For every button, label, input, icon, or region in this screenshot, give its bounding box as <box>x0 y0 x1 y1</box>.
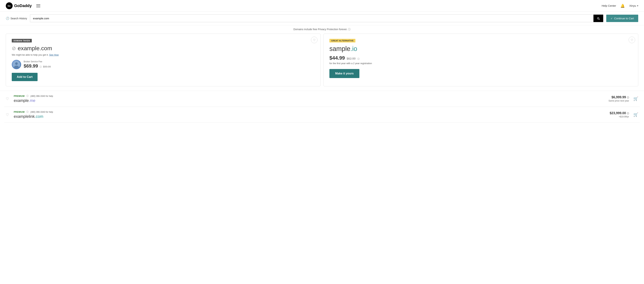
list-item: ♡ PREMIUM ⓘ (480) 366-3343 for help exam… <box>4 91 640 107</box>
alt-wishlist-button[interactable]: ♡ <box>629 37 635 43</box>
list-price-info-1[interactable]: ⓘ <box>627 112 629 115</box>
search-button[interactable] <box>594 15 603 22</box>
logo[interactable]: Go GoDaddy <box>6 2 32 9</box>
user-name: Xinyu <box>629 4 636 7</box>
list-price-section-1: $23,999.00 ⓘ +$19.99/yr <box>610 111 629 118</box>
header-left: Go GoDaddy <box>6 2 41 9</box>
help-text: We might be able to help you get it. See… <box>12 54 314 56</box>
list-premium-row-0: PREMIUM ⓘ (480) 366-3343 for help <box>14 94 608 98</box>
alt-price: $44.99 <box>330 55 345 61</box>
list-premium-label-0: PREMIUM <box>14 95 24 98</box>
alt-domain-badge: GREAT ALTERNATIVE <box>330 39 356 42</box>
alt-info-icon[interactable]: ⓘ <box>358 58 360 60</box>
logo-icon: Go <box>6 2 13 9</box>
alt-domain-name: sample.io <box>330 45 632 52</box>
list-heart-1[interactable]: ♡ <box>6 112 10 117</box>
broker-price-row: $69.99 ⓘ $99.99 <box>24 63 51 69</box>
svg-point-3 <box>15 62 18 65</box>
alt-original-price: $62.99 <box>347 57 356 60</box>
broker-info: Broker Service Fee $69.99 ⓘ $99.99 <box>24 60 51 69</box>
broker-original-price: $99.99 <box>43 65 51 68</box>
list-tld-1: .com <box>35 114 43 119</box>
user-menu[interactable]: Xinyu ▾ <box>629 4 638 7</box>
taken-domain-card: ♡ DOMAIN TAKEN ⊘ example.com We might be… <box>6 34 320 86</box>
add-to-cart-button[interactable]: Add to Cart <box>12 73 38 81</box>
broker-info-icon[interactable]: ⓘ <box>40 66 42 68</box>
domain-taken-badge: DOMAIN TAKEN <box>12 39 32 42</box>
broker-avatar <box>12 60 21 69</box>
list-domain-name-0: example.me <box>14 98 608 103</box>
list-tld-0: .me <box>29 98 36 103</box>
logo-text: GoDaddy <box>14 4 32 8</box>
list-heart-0[interactable]: ♡ <box>6 97 10 101</box>
search-input[interactable] <box>30 15 594 22</box>
search-icon <box>597 17 600 20</box>
list-price-0: $6,999.99 ⓘ <box>608 96 629 99</box>
alt-subtext: for the first year with a 2 year registr… <box>330 62 632 65</box>
main-header: Go GoDaddy Help Center 🔔 Xinyu ▾ <box>0 0 644 12</box>
help-center-link[interactable]: Help Center <box>602 4 616 7</box>
svg-text:Go: Go <box>8 5 11 7</box>
search-history-label: Search History <box>10 17 27 20</box>
alt-price-row: $44.99 $62.99 ⓘ <box>330 55 632 61</box>
list-premium-label-1: PREMIUM <box>14 111 24 113</box>
list-price-info-0[interactable]: ⓘ <box>627 96 629 99</box>
taken-icon: ⊘ <box>12 45 16 51</box>
history-icon: 🕐 <box>6 16 10 20</box>
list-domain-name-1: examplelink.com <box>14 114 610 119</box>
privacy-note: Domains include free Privacy Protection … <box>0 25 644 34</box>
list-price-1: $23,999.00 ⓘ <box>610 111 629 115</box>
continue-cart-label: Continue to Cart <box>614 17 634 20</box>
list-domain-info-1: PREMIUM ⓘ (480) 366-3343 for help exampl… <box>14 110 610 119</box>
list-cart-icon-1[interactable]: 🛒 <box>633 112 638 117</box>
list-phone-1: (480) 366-3343 for help <box>30 111 53 113</box>
alt-domain-card: ♡ GREAT ALTERNATIVE sample.io $44.99 $62… <box>324 34 638 86</box>
list-info-icon-0[interactable]: ⓘ <box>26 94 28 98</box>
list-cart-icon-0[interactable]: 🛒 <box>633 96 638 101</box>
search-area: 🕐 Search History ✓ Continue to Cart <box>0 12 644 25</box>
taken-domain-name: ⊘ example.com <box>12 45 314 52</box>
check-icon: ✓ <box>610 17 613 20</box>
taken-wishlist-button[interactable]: ♡ <box>311 37 318 43</box>
list-renewal-0: Same price next year <box>608 100 629 102</box>
domain-list: ♡ PREMIUM ⓘ (480) 366-3343 for help exam… <box>0 91 644 123</box>
list-price-section-0: $6,999.99 ⓘ Same price next year <box>608 96 629 102</box>
search-history-link[interactable]: 🕐 Search History <box>6 16 27 20</box>
domain-cards-row: ♡ DOMAIN TAKEN ⊘ example.com We might be… <box>0 34 644 91</box>
see-how-link[interactable]: See How <box>49 54 59 56</box>
continue-to-cart-button[interactable]: ✓ Continue to Cart <box>606 15 638 22</box>
alt-tld: .io <box>350 45 357 52</box>
list-phone-0: (480) 366-3343 for help <box>30 95 53 98</box>
list-renewal-1: +$19.99/yr <box>610 116 629 118</box>
list-item: ♡ PREMIUM ⓘ (480) 366-3343 for help exam… <box>4 107 640 123</box>
header-right: Help Center 🔔 Xinyu ▾ <box>602 4 638 8</box>
make-it-yours-button[interactable]: Make it yours <box>330 69 360 78</box>
broker-row: Broker Service Fee $69.99 ⓘ $99.99 <box>12 60 314 69</box>
broker-price: $69.99 <box>24 63 38 69</box>
broker-label: Broker Service Fee <box>24 60 51 63</box>
chevron-down-icon: ▾ <box>637 4 638 7</box>
list-premium-row-1: PREMIUM ⓘ (480) 366-3343 for help <box>14 110 610 114</box>
list-domain-info-0: PREMIUM ⓘ (480) 366-3343 for help exampl… <box>14 94 608 103</box>
bell-icon[interactable]: 🔔 <box>620 4 625 8</box>
search-bar <box>30 14 603 22</box>
privacy-info-icon[interactable]: ⓘ <box>348 28 350 31</box>
list-info-icon-1[interactable]: ⓘ <box>26 110 28 114</box>
hamburger-menu[interactable] <box>36 4 41 8</box>
broker-avatar-image <box>12 60 21 69</box>
